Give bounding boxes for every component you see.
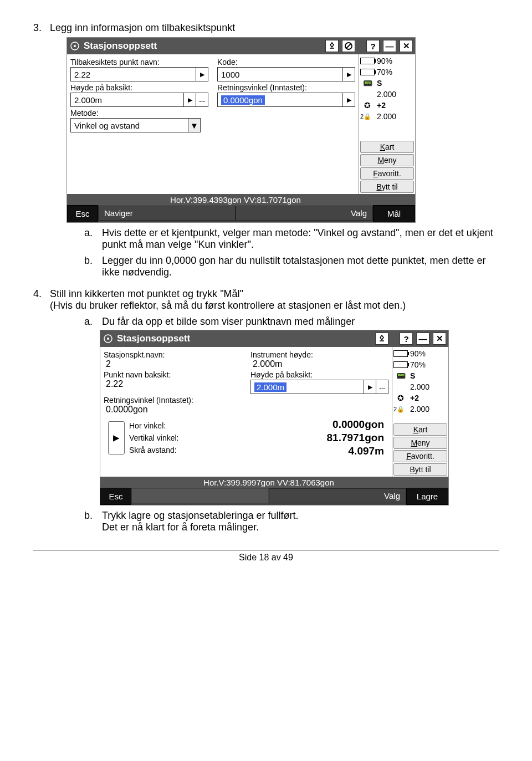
expand-icon[interactable]: ▶	[196, 68, 208, 81]
meny-button[interactable]: Meny	[360, 154, 414, 166]
battery-value: 70%	[377, 67, 392, 78]
step-4: 4. Still inn kikkerten mot punktet og tr…	[33, 288, 499, 311]
maal-button[interactable]: Mål	[373, 205, 415, 222]
meas-value: 81.7971gon	[206, 431, 384, 445]
retningsvinkel-input[interactable]: 0.0000gon ▶	[217, 93, 355, 107]
meas-value: 0.0000gon	[206, 418, 384, 431]
hoyde-baksikt-input[interactable]: 2.000m ▶ …	[70, 93, 208, 107]
target-icon: ✪	[360, 100, 375, 111]
meas-value: 4.097m	[206, 445, 384, 458]
field-label: Retningsvinkel (Inntastet):	[217, 83, 355, 92]
valg-button[interactable]: Valg	[269, 488, 406, 503]
meas-label: Vertikal vinkel:	[129, 432, 201, 444]
status-readout: Hor.V:399.9997gon VV:81.7063gon	[131, 477, 406, 488]
input-value: 2.000m	[71, 95, 183, 105]
minimize-button[interactable]: —	[383, 40, 396, 52]
bytt-til-button[interactable]: Bytt til	[360, 181, 414, 193]
input-value: 1000	[218, 70, 342, 79]
sub-letter: a.	[84, 227, 102, 251]
expand-icon[interactable]: ▶	[364, 380, 376, 394]
minimize-button[interactable]: —	[416, 333, 429, 345]
window-title: Stasjonsoppsett	[117, 333, 372, 344]
field-label: Kode:	[217, 58, 355, 67]
battery-icon	[360, 69, 375, 75]
target-icon: ✪	[393, 392, 408, 404]
svg-line-3	[346, 44, 351, 48]
side-panel: 90% 70% 📟S 2.000 ✪+2 2🔒2.000 Kart Meny F…	[359, 54, 415, 194]
step-text: Legg inn informasjon om tilbakesiktspunk…	[50, 22, 499, 34]
readonly-value: 0.0000gon	[104, 405, 388, 415]
expand-icon[interactable]: ▶	[183, 93, 196, 106]
help-button[interactable]: ?	[366, 40, 380, 52]
bytt-til-button[interactable]: Bytt til	[393, 463, 447, 476]
meny-button[interactable]: Meny	[393, 437, 447, 449]
app-icon	[69, 40, 80, 52]
meas-label: Skrå avstand:	[129, 444, 201, 456]
lock-icon: 2🔒	[360, 111, 375, 122]
expand-meas-icon[interactable]: ▶	[108, 421, 125, 454]
step-3a: a. Hvis dette er et kjentpunkt, velger m…	[84, 227, 499, 251]
screenshot-1: Stasjonsoppsett ? — ✕ Tilbakesiktets pun…	[66, 37, 416, 223]
esc-button[interactable]: Esc	[100, 488, 131, 505]
select-value: Vinkel og avstand	[71, 121, 188, 130]
side-value: 2.000	[410, 404, 429, 415]
field-label: Høyde på baksikt:	[250, 370, 388, 379]
prism-button[interactable]	[325, 40, 339, 52]
more-icon[interactable]: …	[376, 380, 388, 394]
kode-input[interactable]: 1000 ▶	[217, 67, 355, 81]
close-button[interactable]: ✕	[433, 333, 446, 345]
field-label: Metode:	[70, 109, 355, 118]
battery-value: 70%	[410, 359, 426, 370]
cancel-button[interactable]	[342, 40, 355, 52]
lagre-button[interactable]: Lagre	[406, 488, 448, 505]
readonly-value: 2.22	[104, 379, 242, 389]
sub-text: Trykk lagre og stasjonsetableringa er fu…	[102, 510, 499, 533]
favoritt-button[interactable]: Favoritt.	[393, 450, 447, 462]
screenshot-2: Stasjonsoppsett ? — ✕ Stasjonspkt.navn: …	[100, 330, 449, 505]
battery-icon	[360, 58, 375, 64]
help-button[interactable]: ?	[400, 333, 413, 345]
metode-select[interactable]: Vinkel og avstand ▼	[70, 118, 201, 132]
softkey-bar: Esc Hor.V:399.9997gon VV:81.7063gon Valg…	[100, 477, 448, 505]
instrument-icon: 📟	[393, 370, 408, 381]
sub-letter: a.	[84, 316, 102, 328]
step-number: 4.	[33, 288, 50, 311]
softkey-bar: Esc Hor.V:399.4393gon VV:81.7071gon Navi…	[67, 194, 415, 222]
sub-letter: b.	[84, 510, 102, 533]
favoritt-button[interactable]: Favoritt.	[360, 167, 414, 180]
titlebar: Stasjonsoppsett ? — ✕	[67, 38, 415, 54]
more-icon[interactable]: …	[196, 93, 208, 106]
naviger-button[interactable]: Naviger	[98, 206, 236, 221]
readonly-value: 2.000m	[250, 359, 388, 369]
prism-button[interactable]	[375, 333, 388, 345]
expand-icon[interactable]: ▶	[342, 68, 355, 81]
battery-value: 90%	[410, 348, 426, 359]
titlebar: Stasjonsoppsett ? — ✕	[100, 330, 448, 347]
window-title: Stasjonsoppsett	[84, 40, 322, 52]
kart-button[interactable]: Kart	[360, 141, 414, 153]
side-plus: +2	[410, 392, 419, 404]
step-4b: b. Trykk lagre og stasjonsetableringa er…	[84, 510, 499, 533]
esc-button[interactable]: Esc	[67, 205, 98, 222]
side-value: 2.000	[377, 111, 396, 122]
dropdown-icon[interactable]: ▼	[188, 119, 200, 132]
kart-button[interactable]: Kart	[393, 423, 447, 436]
input-value: 2.000m	[251, 382, 364, 392]
sub-letter: b.	[84, 255, 102, 278]
valg-button[interactable]: Valg	[236, 206, 373, 221]
input-value: 2.22	[71, 70, 196, 79]
step-4a: a. Du får da opp et bilde som viser punk…	[84, 316, 499, 328]
meas-label: Hor vinkel:	[129, 420, 201, 432]
hoyde-baksikt-input[interactable]: 2.000m ▶ …	[250, 380, 388, 394]
battery-value: 90%	[377, 55, 392, 67]
measurement-panel: ▶ Hor vinkel: Vertikal vinkel: Skrå avst…	[104, 415, 388, 461]
expand-icon[interactable]: ▶	[342, 93, 355, 106]
field-label: Tilbakesiktets punkt navn:	[70, 58, 208, 67]
side-value: 2.000	[377, 89, 396, 100]
step-number: 3.	[33, 22, 50, 34]
tilbakesikt-input[interactable]: 2.22 ▶	[70, 67, 208, 81]
close-button[interactable]: ✕	[400, 40, 413, 52]
page-footer: Side 18 av 49	[33, 550, 499, 563]
lock-icon: 2🔒	[393, 404, 408, 415]
sub-text: Legger du inn 0,0000 gon har du nullstil…	[102, 255, 499, 278]
